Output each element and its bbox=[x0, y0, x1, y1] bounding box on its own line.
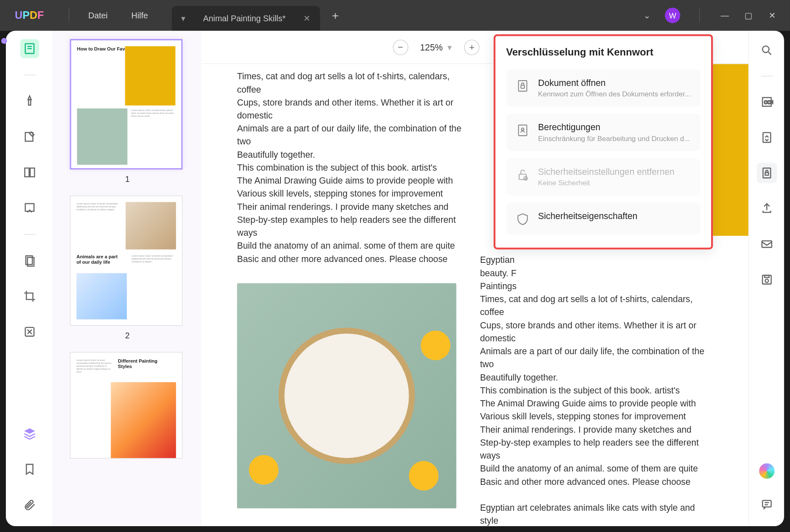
main-area: − 125%▾ + Times, cat and dog art sells a… bbox=[202, 31, 749, 526]
svg-rect-30 bbox=[765, 275, 769, 277]
popup-item-permissions[interactable]: Berechtigungen Einschränkung für Bearbei… bbox=[506, 114, 701, 151]
ocr-icon[interactable]: OCR bbox=[757, 92, 777, 112]
popup-item-open-document[interactable]: Dokument öffnen Kennwort zum Öffnen des … bbox=[506, 69, 701, 106]
avatar[interactable]: W bbox=[665, 8, 680, 23]
svg-point-20 bbox=[762, 46, 769, 53]
redact-tool-icon[interactable] bbox=[20, 322, 39, 341]
unlock-icon bbox=[515, 168, 530, 182]
popup-item-remove-security[interactable]: Sicherheitseinstellungen entfernen Keine… bbox=[506, 158, 701, 195]
text-block-2: Egyptianbeauty. FPaintings Times, cat an… bbox=[480, 254, 713, 488]
attachment-icon[interactable] bbox=[20, 495, 39, 514]
convert-icon[interactable] bbox=[757, 127, 777, 147]
search-icon[interactable] bbox=[757, 40, 777, 61]
side-indicator-icon bbox=[1, 38, 7, 44]
popup-desc: Einschränkung für Bearbeitung und Drucke… bbox=[538, 134, 691, 143]
add-tab-button[interactable]: + bbox=[332, 9, 339, 23]
encryption-popup: Verschlüsselung mit Kennwort Dokument öf… bbox=[494, 34, 713, 249]
zoom-out-button[interactable]: − bbox=[393, 39, 408, 55]
divider bbox=[761, 76, 772, 76]
highlight-tool-icon[interactable] bbox=[20, 92, 39, 111]
svg-point-29 bbox=[765, 279, 768, 282]
layers-icon[interactable] bbox=[20, 424, 39, 443]
crop-tool-icon[interactable] bbox=[20, 287, 39, 305]
document-tab[interactable]: ▾ Animal Painting Skills* ✕ bbox=[172, 6, 320, 31]
divider bbox=[69, 8, 69, 23]
svg-rect-13 bbox=[519, 81, 527, 91]
divider bbox=[23, 75, 35, 75]
popup-label: Dokument öffnen bbox=[538, 78, 691, 88]
thumb-title: Animals are a part of our daily life bbox=[76, 254, 118, 265]
popup-label: Sicherheitseigenschaften bbox=[538, 211, 691, 221]
popup-desc: Kennwort zum Öffnen des Dokuments erford… bbox=[538, 90, 691, 98]
thumbnails-panel-icon[interactable] bbox=[20, 39, 39, 58]
svg-rect-6 bbox=[30, 168, 34, 177]
document-lock-icon bbox=[515, 79, 530, 93]
protect-icon[interactable] bbox=[757, 163, 777, 183]
edit-tool-icon[interactable] bbox=[20, 127, 39, 146]
page-number: 2 bbox=[70, 330, 185, 340]
menu-file[interactable]: Datei bbox=[76, 11, 119, 20]
close-button[interactable]: ✕ bbox=[766, 11, 778, 20]
embroidery-image bbox=[237, 283, 456, 509]
maximize-button[interactable]: ▢ bbox=[742, 11, 754, 20]
titlebar: UPDF Datei Hilfe ▾ Animal Painting Skill… bbox=[0, 0, 790, 31]
popup-desc: Keine Sicherheit bbox=[538, 179, 691, 187]
popup-label: Berechtigungen bbox=[538, 122, 691, 132]
chevron-down-icon[interactable]: ⌄ bbox=[641, 11, 653, 20]
menu-help[interactable]: Hilfe bbox=[119, 11, 160, 20]
tab-dropdown-icon[interactable]: ▾ bbox=[181, 14, 185, 23]
svg-text:OCR: OCR bbox=[764, 100, 773, 105]
close-icon[interactable]: ✕ bbox=[303, 14, 310, 23]
svg-rect-5 bbox=[25, 168, 29, 177]
page-thumbnail-2[interactable]: Lorem ipsum dolor sit amet consectetur a… bbox=[70, 196, 183, 326]
svg-point-16 bbox=[522, 128, 524, 131]
left-rail bbox=[6, 31, 53, 526]
yellow-graphic bbox=[713, 64, 748, 236]
thumb-title: Different Painting Styles bbox=[118, 358, 159, 369]
svg-line-21 bbox=[768, 52, 771, 55]
mail-icon[interactable] bbox=[757, 234, 777, 254]
document-permission-icon bbox=[515, 123, 530, 137]
popup-title: Verschlüsselung mit Kennwort bbox=[506, 47, 701, 58]
svg-rect-26 bbox=[765, 172, 768, 175]
svg-rect-14 bbox=[521, 85, 525, 88]
svg-rect-3 bbox=[28, 100, 30, 105]
ai-assistant-icon[interactable] bbox=[759, 463, 774, 479]
form-tool-icon[interactable] bbox=[20, 199, 39, 217]
popup-label: Sicherheitseinstellungen entfernen bbox=[538, 166, 691, 176]
app-logo: UPDF bbox=[15, 9, 44, 22]
minimize-button[interactable]: — bbox=[719, 11, 730, 20]
bookmark-icon[interactable] bbox=[20, 460, 39, 479]
svg-rect-31 bbox=[762, 500, 771, 507]
thumbnails-panel: How to Draw Our Favorite Pets Lorem ipsu… bbox=[53, 31, 202, 526]
stamp-tool-icon[interactable] bbox=[20, 251, 39, 270]
popup-item-security-properties[interactable]: Sicherheitseigenschaften bbox=[506, 203, 701, 235]
zoom-in-button[interactable]: + bbox=[464, 39, 480, 55]
share-icon[interactable] bbox=[757, 199, 777, 219]
svg-rect-27 bbox=[762, 241, 771, 247]
page-thumbnail-1[interactable]: How to Draw Our Favorite Pets Lorem ipsu… bbox=[70, 39, 183, 169]
right-rail: OCR bbox=[748, 31, 784, 526]
pages-tool-icon[interactable] bbox=[20, 163, 39, 182]
text-block-1: Times, cat and dog art sells a lot of t-… bbox=[237, 70, 462, 266]
text-block-3: Egyptian art celebrates animals like cat… bbox=[480, 501, 713, 526]
page-number: 1 bbox=[70, 174, 185, 184]
save-icon[interactable] bbox=[757, 270, 777, 290]
divider bbox=[23, 234, 35, 234]
workspace: How to Draw Our Favorite Pets Lorem ipsu… bbox=[6, 31, 784, 526]
page-thumbnail-3[interactable]: Lorem ipsum dolor sit amet consectetur a… bbox=[70, 352, 183, 459]
zoom-level[interactable]: 125%▾ bbox=[420, 42, 452, 53]
divider bbox=[699, 8, 700, 23]
tab-title: Animal Painting Skills* bbox=[203, 14, 286, 23]
comment-icon[interactable] bbox=[757, 494, 777, 514]
shield-icon bbox=[515, 212, 530, 226]
